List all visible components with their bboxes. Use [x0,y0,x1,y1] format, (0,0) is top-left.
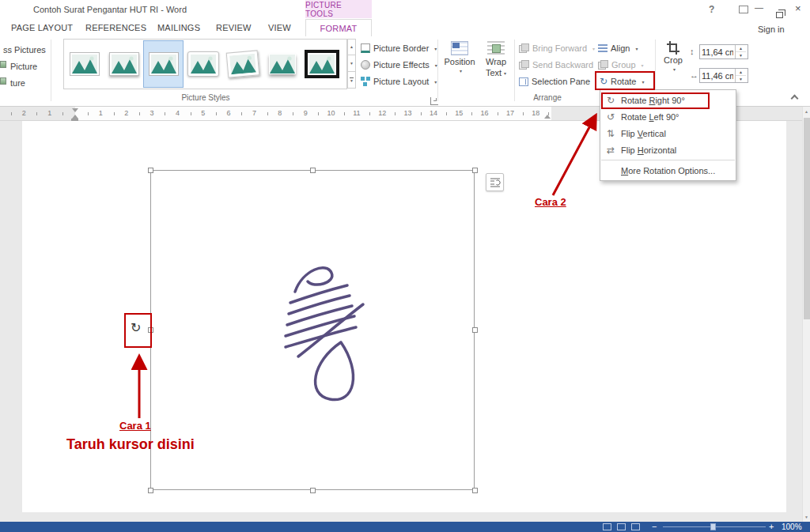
bring-forward-button[interactable]: Bring Forward▾ [519,41,595,55]
shape-height-field[interactable]: ▲▼ [699,44,748,59]
menu-item-rotate-right-90[interactable]: ↻ Rotate Right 90° [600,92,736,108]
restore-button[interactable] [776,12,783,18]
picture-layout-button[interactable]: Picture Layout▾ [361,74,437,89]
help-button[interactable]: ? [709,4,714,15]
zoom-level[interactable]: 100% [782,523,802,531]
menu-separator [601,160,735,160]
selection-handle[interactable] [148,168,153,173]
zoom-out-button[interactable]: − [652,522,657,531]
wrap-text-button[interactable]: Wrap Text▾ [479,40,513,77]
rotate-menu: ↻ Rotate Right 90° ↺ Rotate Left 90° ⇅ F… [600,89,736,181]
layout-options-icon [489,176,502,189]
tab-references[interactable]: REFERENCES [85,19,146,36]
picture-style-thumb-4[interactable] [184,41,222,87]
send-backward-button[interactable]: Send Backward▾ [519,58,601,72]
print-layout-button[interactable] [617,523,626,530]
tab-review[interactable]: REVIEW [216,19,252,36]
first-line-indent-marker[interactable] [72,108,78,112]
picture-style-thumb-7[interactable] [302,41,341,87]
group-icon [598,60,608,70]
signature-image[interactable] [265,257,384,415]
width-input[interactable] [700,69,735,82]
flip-horizontal-icon: ⇄ [600,145,621,156]
tab-mailings[interactable]: MAILINGS [157,19,200,36]
tab-format[interactable]: FORMAT [305,19,372,36]
picture-styles-dialog-launcher[interactable] [430,97,438,105]
picture-style-thumb-2[interactable] [104,41,143,87]
reset-picture-icon [0,77,6,85]
shape-width-field[interactable]: ▲▼ [699,68,748,83]
menu-item-rotate-left-90[interactable]: ↺ Rotate Left 90° [600,108,736,125]
gallery-up-button[interactable]: ▲ [347,39,356,55]
bring-forward-icon [519,43,529,53]
menu-item-flip-horizontal[interactable]: ⇄ Flip Horizontal [600,141,736,158]
position-icon [451,41,468,55]
tab-view[interactable]: VIEW [268,19,291,36]
picture-style-thumb-1[interactable] [65,41,104,87]
zoom-in-button[interactable]: + [769,522,774,531]
close-button[interactable]: × [795,2,801,14]
gallery-more-button[interactable]: ▼ [347,72,356,89]
cara2-label: Cara 2 [535,196,566,208]
scroll-up-button[interactable]: ▲ [804,109,808,114]
picture-border-button[interactable]: Picture Border▾ [361,41,437,55]
picture-style-thumb-5[interactable] [223,41,262,87]
rotate-right-icon: ↻ [600,95,621,106]
read-mode-button[interactable] [603,523,611,530]
width-up-button[interactable]: ▲ [736,69,746,76]
window-title: Contoh Surat Pengantar HUT RI - Word [33,5,187,14]
adjust-item-change-picture[interactable]: Picture [10,62,37,71]
picture-effects-button[interactable]: Picture Effects▾ [361,58,437,72]
adjust-item-partial[interactable]: ss Pictures [3,45,46,55]
picture-tools-contextual-label: PICTURE TOOLS [305,0,372,18]
change-picture-icon [0,61,6,68]
height-down-button[interactable]: ▼ [736,52,746,58]
minimize-button[interactable]: — [755,2,763,12]
layout-options-button[interactable] [486,173,504,191]
picture-styles-gallery [63,39,347,89]
height-up-button[interactable]: ▲ [736,45,746,52]
height-input[interactable] [700,45,735,58]
menu-item-more-rotation-options[interactable]: More Rotation Options... [600,162,736,179]
tab-page-layout[interactable]: PAGE LAYOUT [11,19,73,36]
picture-styles-group-label: Picture Styles [63,93,348,102]
group-divider [514,40,515,101]
selection-handle[interactable] [310,488,316,493]
menu-item-flip-vertical[interactable]: ⇅ Flip Vertical [600,125,736,141]
selection-pane-button[interactable]: Selection Pane [519,74,590,89]
align-button[interactable]: Align▾ [598,41,638,55]
scroll-down-button[interactable]: ▼ [804,515,808,519]
cara1-label: Cara 1 [119,420,151,432]
crop-icon [666,41,680,54]
adjust-item-reset-picture[interactable]: ture [10,78,25,88]
gallery-down-button[interactable]: ▼ [347,55,356,72]
selection-handle[interactable] [148,488,153,493]
shape-width-icon: ↔ [690,70,698,80]
selection-handle[interactable] [472,327,478,333]
zoom-slider-thumb[interactable] [710,523,716,530]
picture-style-thumb-6[interactable] [263,41,301,87]
picture-style-thumb-3[interactable] [144,41,183,87]
position-button[interactable]: Position ▾ [441,40,478,74]
web-layout-button[interactable] [631,523,640,530]
left-indent-marker[interactable] [71,119,78,121]
scrollbar-thumb[interactable] [804,118,810,319]
flip-vertical-icon: ⇅ [600,128,621,139]
selection-handle[interactable] [472,168,478,173]
group-divider [51,40,51,101]
sign-in-button[interactable]: Sign in [758,25,785,34]
width-down-button[interactable]: ▼ [736,76,746,82]
picture-layout-icon [361,77,370,86]
picture-effects-icon [361,60,370,70]
rotate-cursor-icon: ↻ [131,320,141,335]
title-bar: Contoh Surat Pengantar HUT RI - Word PIC… [0,0,810,19]
ribbon-display-options-icon[interactable] [739,6,748,13]
send-backward-icon [519,60,529,70]
crop-button[interactable]: Crop ▾ [658,40,688,72]
group-button[interactable]: Group▾ [598,58,644,72]
right-indent-marker[interactable] [544,115,551,119]
selection-handle[interactable] [310,168,316,173]
selection-handle[interactable] [472,488,478,493]
rotate-highlight-box [595,71,655,90]
vertical-scrollbar[interactable]: ▲ ▼ [802,107,810,522]
